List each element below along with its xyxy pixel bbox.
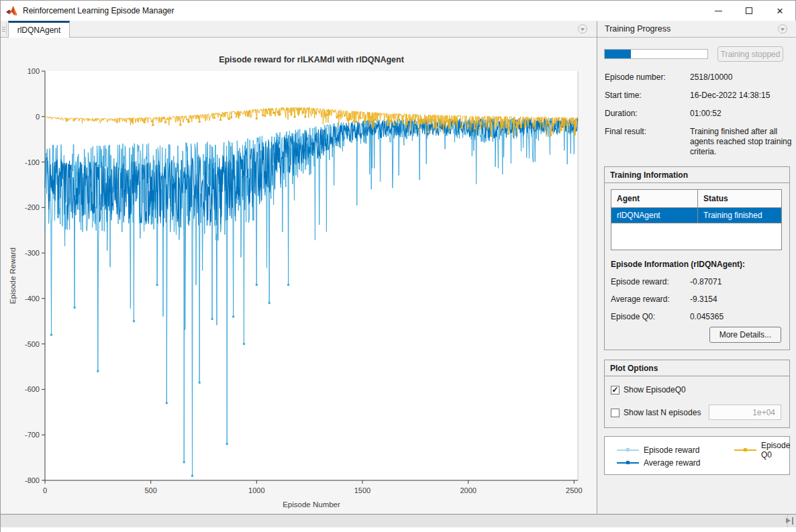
episode-q0-marker <box>511 120 513 122</box>
episode-q0-label: Episode Q0: <box>611 312 690 321</box>
agent-cell: rlDQNAgent <box>611 208 698 223</box>
episode-reward-marker <box>74 307 76 309</box>
x-axis-label: Episode Number <box>283 500 340 509</box>
app-window: Reinforcement Learning Episode Manager ✕… <box>0 0 796 532</box>
episode-number-label: Episode number: <box>605 72 690 83</box>
y-tick-label: -200 <box>25 203 40 211</box>
episode-q0-marker <box>505 126 507 128</box>
plot-options-group: Plot Options ✓ Show EpisodeQ0 Show last … <box>604 360 790 428</box>
episode-reward-marker <box>166 402 168 404</box>
legend-label-episode-reward: Episode reward <box>644 445 699 455</box>
episode-q0-marker <box>247 114 249 116</box>
y-tick-label: -600 <box>25 385 40 393</box>
episode-q0-marker <box>560 129 562 131</box>
y-tick-label: 0 <box>36 113 40 121</box>
episode-q0-marker <box>491 135 493 137</box>
episode-info-title: Episode Information (rlDQNAgent): <box>611 260 789 269</box>
episode-q0-marker <box>393 124 395 126</box>
episode-q0-marker <box>387 124 389 126</box>
more-details-button[interactable]: More Details... <box>709 327 781 343</box>
episode-q0-marker <box>294 116 296 118</box>
bottom-status-bar <box>1 514 796 527</box>
final-result-value: Training finished after all agents reach… <box>690 127 792 157</box>
tab-rldqnagent[interactable]: rlDQNAgent <box>8 21 70 38</box>
episode-q0-marker <box>266 112 268 114</box>
tab-bar: rlDQNAgent <box>1 21 597 38</box>
dock-grip-icon[interactable] <box>1 23 7 36</box>
close-button[interactable]: ✕ <box>764 1 795 21</box>
episode-reward-row: Episode reward: -0.87071 <box>611 277 789 286</box>
start-time-label: Start time: <box>605 91 690 101</box>
episode-q0-marker <box>355 121 357 123</box>
episode-q0-marker <box>450 119 452 121</box>
episode-q0-marker <box>471 121 473 123</box>
episode-q0-marker <box>497 124 499 126</box>
episode-reward-marker <box>287 284 289 286</box>
show-last-n-row: Show last N episodes <box>611 406 789 419</box>
chart-legend: Episode reward Episode Q0 Average reward <box>604 436 790 475</box>
training-information-title: Training Information <box>605 167 789 183</box>
episode-q0-marker <box>518 123 520 125</box>
close-icon: ✕ <box>777 7 784 15</box>
minimize-button[interactable] <box>703 1 734 21</box>
episode-q0-marker <box>264 115 266 117</box>
episode-q0-marker <box>346 119 348 121</box>
expand-right-icon[interactable] <box>786 517 794 525</box>
episode-reward-marker <box>243 343 245 345</box>
episode-number-row: Episode number: 2518/10000 <box>605 72 796 83</box>
show-last-n-checkbox[interactable] <box>611 409 619 417</box>
episode-q0-marker <box>144 121 146 123</box>
episode-q0-marker <box>152 124 154 126</box>
episode-q0-marker <box>474 127 476 129</box>
episode-q0-marker <box>554 121 556 123</box>
n-episodes-input[interactable] <box>709 405 781 420</box>
agents-table-header-status: Status <box>698 190 782 208</box>
training-stopped-button[interactable]: Training stopped <box>717 46 783 62</box>
agents-table-header-agent: Agent <box>611 190 698 208</box>
episode-q0-marker <box>446 120 448 122</box>
episode-q0-marker <box>389 120 391 122</box>
episode-q0-marker <box>336 116 338 118</box>
maximize-icon <box>746 7 752 14</box>
episode-q0-marker <box>507 133 509 135</box>
y-tick-label: -300 <box>25 249 40 257</box>
legend-label-episode-q0: Episode Q0 <box>761 441 790 460</box>
episode-q0-marker <box>315 111 317 113</box>
episode-reward-value: -0.87071 <box>690 277 722 286</box>
training-progress-panel: Training Progress Training stopped Episo… <box>597 21 796 514</box>
plot-options-title: Plot Options <box>605 360 789 376</box>
episode-q0-marker <box>454 119 456 121</box>
episode-q0-marker <box>262 114 264 116</box>
panel-header: Training Progress <box>597 21 796 38</box>
episode-q0-marker <box>419 122 421 124</box>
collapse-figure-panel-icon[interactable] <box>578 24 587 34</box>
reward-chart-svg: 1000-100-200-300-400-500-600-700-8000500… <box>1 38 597 514</box>
collapse-progress-panel-icon[interactable] <box>778 24 787 34</box>
duration-label: Duration: <box>605 109 690 119</box>
training-progress-bar <box>604 49 708 59</box>
y-tick-label: 100 <box>28 67 40 75</box>
show-episodeq0-row: ✓ Show EpisodeQ0 <box>611 383 789 396</box>
episode-q0-marker <box>421 123 423 125</box>
show-episodeq0-checkbox[interactable]: ✓ <box>611 386 619 394</box>
episode-reward-marker <box>226 443 228 445</box>
x-tick-label: 2500 <box>566 486 582 494</box>
status-cell: Training finished <box>698 208 782 223</box>
episode-q0-marker <box>256 117 258 119</box>
average-reward-label: Average reward: <box>611 295 690 304</box>
episode-reward-marker <box>50 334 52 336</box>
maximize-button[interactable] <box>734 1 764 21</box>
y-tick-label: -100 <box>25 158 40 166</box>
episode-reward-marker <box>211 318 213 320</box>
episode-q0-marker <box>219 119 221 121</box>
episode-q0-row: Episode Q0: 0.045365 <box>611 312 789 321</box>
x-tick-label: 1500 <box>354 486 370 494</box>
episode-reward-marker <box>183 461 185 463</box>
episode-q0-marker <box>353 120 355 122</box>
episode-reward-marker <box>191 475 193 477</box>
table-row[interactable]: rlDQNAgent Training finished <box>611 208 782 223</box>
episode-q0-marker <box>338 115 340 117</box>
average-reward-row: Average reward: -9.3154 <box>611 295 789 304</box>
legend-item-episode-q0: Episode Q0 <box>734 443 790 456</box>
y-tick-label: -700 <box>25 431 40 439</box>
